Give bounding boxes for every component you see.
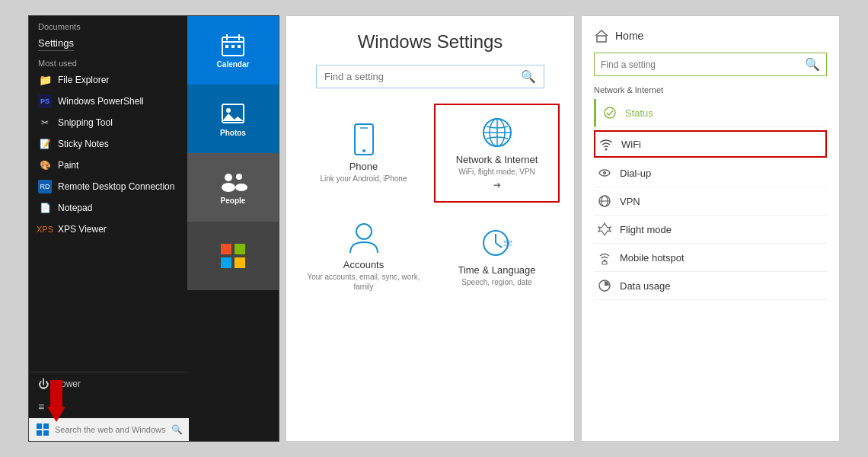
svg-point-17 — [222, 183, 235, 192]
net-item-data-usage[interactable]: Data usage — [594, 272, 827, 300]
red-arrow-down-icon — [47, 380, 65, 422]
settings-tile-phone[interactable]: Phone Link your Android, iPhone — [301, 104, 426, 203]
svg-point-37 — [605, 107, 615, 118]
menu-label: Windows PowerShell — [58, 96, 144, 107]
menu-item-notepad[interactable]: 📄 Notepad — [29, 197, 189, 219]
menu-item-powershell[interactable]: PS Windows PowerShell — [29, 91, 189, 112]
svg-rect-23 — [235, 257, 245, 268]
photos-tile[interactable]: Photos — [187, 85, 279, 153]
menu-item-paint[interactable]: 🎨 Paint — [29, 155, 189, 176]
network-settings-panel: Home 🔍 Network & Internet Status WiFi D — [581, 15, 840, 442]
mobile-hotspot-icon — [597, 250, 612, 265]
start-menu-panel: Documents Settings Most used 📁 File Expl… — [28, 15, 279, 442]
settings-tile-time-name: Time & Language — [458, 264, 535, 276]
menu-item-file-explorer[interactable]: 📁 File Explorer — [29, 69, 189, 91]
xps-icon: XPS — [38, 222, 52, 236]
settings-tile-accounts[interactable]: Accounts Your accounts, email, sync, wor… — [301, 210, 426, 302]
svg-point-26 — [362, 149, 365, 152]
people-tile[interactable]: People — [187, 153, 279, 222]
powershell-icon: PS — [38, 94, 52, 108]
mobile-hotspot-label: Mobile hotspot — [620, 252, 685, 264]
data-usage-label: Data usage — [620, 280, 671, 292]
svg-point-38 — [605, 149, 608, 151]
status-label: Status — [625, 107, 653, 119]
svg-rect-11 — [231, 45, 235, 48]
calendar-tile[interactable]: Calendar — [187, 16, 279, 85]
svg-rect-3 — [37, 430, 42, 436]
svg-rect-21 — [235, 244, 245, 254]
store-icon — [219, 242, 247, 270]
net-item-dialup[interactable]: Dial-up — [594, 159, 827, 187]
network-search-icon: 🔍 — [805, 57, 820, 72]
remote-desktop-icon: RD — [38, 180, 52, 193]
windows-logo-button[interactable] — [35, 422, 50, 437]
menu-item-remote-desktop[interactable]: RD Remote Desktop Connection — [29, 176, 189, 197]
menu-label: Snipping Tool — [58, 117, 113, 128]
menu-item-snipping[interactable]: ✂ Snipping Tool — [29, 112, 189, 133]
home-icon — [594, 28, 609, 43]
svg-rect-22 — [221, 257, 231, 268]
net-item-wifi[interactable]: WiFi — [594, 130, 827, 158]
settings-tile-network[interactable]: Network & Internet WiFi, flight mode, VP… — [434, 104, 560, 203]
menu-item-sticky[interactable]: 📝 Sticky Notes — [29, 133, 189, 155]
settings-tile-phone-desc: Link your Android, iPhone — [321, 174, 407, 184]
svg-rect-1 — [37, 423, 42, 429]
time-language-icon: 字 — [480, 226, 514, 260]
net-item-status[interactable]: Status — [594, 99, 827, 127]
svg-point-16 — [225, 174, 232, 181]
sticky-icon: 📝 — [38, 137, 52, 151]
settings-tile-accounts-name: Accounts — [343, 259, 384, 270]
menu-label: Sticky Notes — [58, 139, 109, 149]
home-label: Home — [615, 30, 643, 42]
settings-search-icon: 🔍 — [521, 69, 536, 84]
svg-line-34 — [496, 243, 502, 248]
vpn-label: VPN — [620, 196, 640, 207]
wifi-label: WiFi — [621, 139, 641, 150]
search-icon: 🔍 — [171, 424, 183, 435]
svg-marker-5 — [47, 380, 65, 422]
paint-icon: 🎨 — [38, 158, 52, 172]
calendar-icon — [221, 33, 245, 57]
svg-rect-44 — [602, 261, 607, 264]
docs-label: Documents — [29, 16, 189, 33]
calendar-label: Calendar — [217, 60, 250, 69]
people-label: People — [221, 197, 246, 205]
home-item[interactable]: Home — [594, 28, 827, 43]
net-item-mobile-hotspot[interactable]: Mobile hotspot — [594, 244, 827, 272]
svg-rect-10 — [225, 45, 228, 48]
windows-logo-icon — [37, 423, 49, 436]
vpn-icon — [597, 193, 612, 209]
svg-rect-20 — [221, 244, 231, 254]
svg-rect-4 — [43, 430, 49, 436]
svg-point-31 — [356, 224, 372, 239]
notepad-icon: 📄 — [38, 201, 52, 215]
network-section-title: Network & Internet — [594, 85, 827, 94]
settings-tile-accounts-desc: Your accounts, email, sync, work, family — [307, 272, 420, 292]
search-input[interactable] — [55, 425, 167, 434]
menu-label: Paint — [58, 160, 78, 171]
network-tile-arrow: ➔ — [493, 180, 501, 190]
menu-label: File Explorer — [58, 75, 109, 85]
settings-menu-item[interactable]: Settings — [29, 33, 189, 56]
svg-rect-2 — [43, 423, 49, 429]
settings-label: Settings — [38, 37, 74, 51]
photos-icon — [221, 101, 245, 126]
settings-tile-network-desc: WiFi, flight mode, VPN — [458, 167, 535, 177]
net-item-flight-mode[interactable]: Flight mode — [594, 216, 827, 244]
settings-tile-network-name: Network & Internet — [456, 154, 538, 165]
store-tile[interactable] — [187, 222, 279, 290]
svg-text:字: 字 — [503, 239, 512, 250]
start-menu-left: Documents Settings Most used 📁 File Expl… — [29, 16, 189, 441]
menu-item-xps[interactable]: XPS XPS Viewer — [29, 219, 189, 240]
network-search-input[interactable] — [601, 59, 800, 70]
phone-icon — [347, 123, 381, 156]
menu-label: Notepad — [58, 203, 92, 213]
snipping-icon: ✂ — [38, 116, 52, 129]
tiles-area: Calendar Photos People — [187, 16, 279, 441]
dialup-icon — [597, 165, 612, 181]
data-usage-icon — [597, 278, 612, 293]
settings-tile-time-language[interactable]: 字 Time & Language Speech, region, date — [434, 210, 560, 302]
svg-point-19 — [235, 184, 247, 191]
settings-search-input[interactable] — [324, 71, 516, 82]
net-item-vpn[interactable]: VPN — [594, 187, 827, 216]
